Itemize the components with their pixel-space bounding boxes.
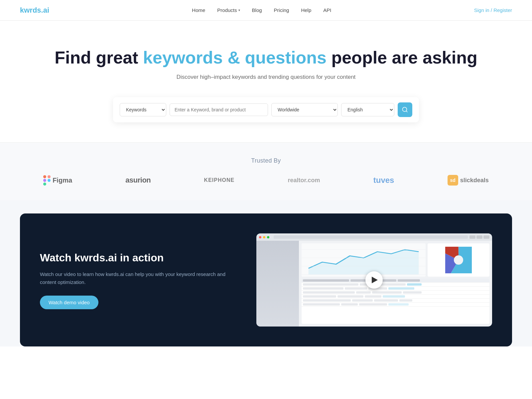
slickdeals-label: slickdeals <box>460 177 489 184</box>
nav-api[interactable]: API <box>323 7 331 13</box>
mock-line-chart <box>302 243 426 277</box>
minimize-dot <box>263 236 265 238</box>
mock-table-header <box>302 279 489 283</box>
table-row <box>302 291 489 295</box>
logo-asurion: asurion <box>125 176 151 185</box>
hero-subheading: Discover high–impact keywords and trendi… <box>13 74 519 80</box>
watch-demo-button[interactable]: Watch demo video <box>40 296 98 309</box>
svg-point-9 <box>454 255 463 265</box>
search-bar: Keywords Questions Topics Worldwide Unit… <box>113 97 419 122</box>
video-preview[interactable] <box>256 233 492 327</box>
table-row <box>302 295 489 299</box>
table-row <box>302 303 489 307</box>
nav-pricing[interactable]: Pricing <box>274 7 289 13</box>
table-row <box>302 283 489 287</box>
mock-pie-chart <box>428 243 489 277</box>
mock-main-content <box>299 241 492 327</box>
table-row <box>302 287 489 291</box>
video-text: Watch kwrds.ai in action Watch our video… <box>40 251 236 309</box>
nav-products[interactable]: Products ▾ <box>217 7 240 13</box>
logo-figma: Figma <box>43 175 72 186</box>
maximize-dot <box>267 236 269 238</box>
signin-register-link[interactable]: Sign in / Register <box>474 7 512 13</box>
play-icon <box>372 277 378 283</box>
figma-icon <box>43 175 51 186</box>
logo-keiphone: KEIPHONE <box>204 177 235 183</box>
keiphone-label: KEIPHONE <box>204 177 235 183</box>
realtor-label: realtor.com <box>288 177 320 184</box>
figma-label: Figma <box>53 177 72 184</box>
nav-home[interactable]: Home <box>192 7 205 13</box>
mock-sidebar-panel <box>256 241 299 327</box>
play-button[interactable] <box>365 271 383 289</box>
trusted-heading: Trusted By <box>20 157 512 164</box>
asurion-label: asurion <box>125 176 151 185</box>
search-button[interactable] <box>398 102 412 117</box>
mock-charts-row <box>302 243 489 277</box>
language-select[interactable]: English Spanish French <box>341 103 394 116</box>
video-section: Watch kwrds.ai in action Watch our video… <box>20 213 512 346</box>
trusted-section: Trusted By Figma asurion <box>0 142 532 200</box>
navbar: kwrds.ai Home Products ▾ Blog Pricing He… <box>0 0 532 21</box>
mock-table <box>302 279 489 324</box>
hero-heading: Find great keywords & questions people a… <box>13 47 519 68</box>
url-bar <box>274 235 468 239</box>
mock-topbar <box>256 233 492 241</box>
logo[interactable]: kwrds.ai <box>20 6 49 15</box>
logo-slickdeals: sd slickdeals <box>448 175 489 186</box>
search-icon <box>402 107 408 113</box>
nav-help[interactable]: Help <box>301 7 311 13</box>
search-type-select[interactable]: Keywords Questions Topics <box>120 103 166 116</box>
video-description: Watch our video to learn how kwrds.ai ca… <box>40 270 236 286</box>
nav-auth: Sign in / Register <box>474 7 512 13</box>
video-section-wrap: Watch kwrds.ai in action Watch our video… <box>0 200 532 346</box>
search-input[interactable] <box>170 103 268 116</box>
location-select[interactable]: Worldwide United States United Kingdom <box>271 103 338 116</box>
hero-section: Find great keywords & questions people a… <box>0 21 532 142</box>
trusted-logos: Figma asurion KEIPHONE realtor.com tuves… <box>20 175 512 186</box>
window-controls <box>469 235 489 239</box>
nav-blog[interactable]: Blog <box>252 7 262 13</box>
video-heading: Watch kwrds.ai in action <box>40 251 236 265</box>
nav-links: Home Products ▾ Blog Pricing Help API <box>192 7 331 13</box>
tuves-label: tuves <box>373 176 394 185</box>
logo-tuves: tuves <box>373 176 394 185</box>
logo-realtor: realtor.com <box>288 177 320 184</box>
close-dot <box>259 236 261 238</box>
table-row <box>302 299 489 303</box>
chevron-down-icon: ▾ <box>238 8 240 12</box>
slickdeals-badge: sd <box>448 175 458 186</box>
